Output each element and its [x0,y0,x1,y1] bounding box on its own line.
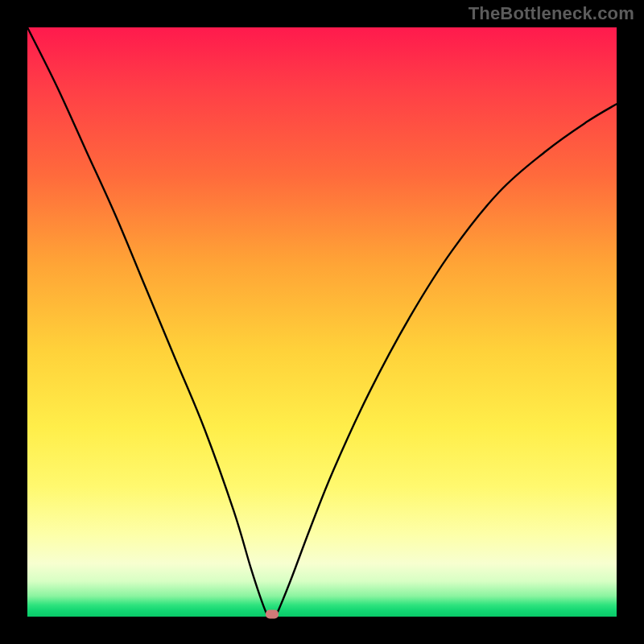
watermark-text: TheBottleneck.com [469,3,634,24]
curve-svg [27,27,617,617]
plot-area [27,27,617,617]
chart-frame: TheBottleneck.com [0,0,644,644]
bottleneck-curve [27,27,617,618]
minimum-marker [266,610,279,619]
